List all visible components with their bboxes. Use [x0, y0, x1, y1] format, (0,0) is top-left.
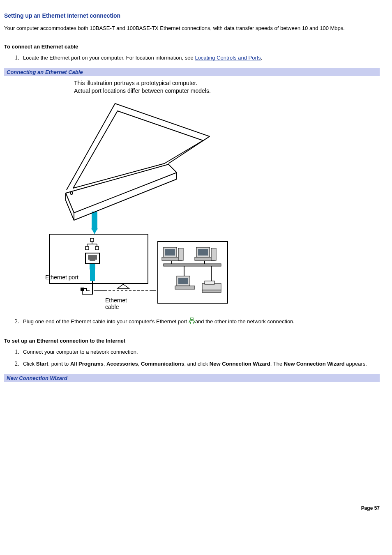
- svg-rect-12: [165, 249, 175, 256]
- list-item: Plug one end of the Ethernet cable into …: [21, 318, 380, 326]
- ethernet-diagram: Ethernet port Ethernet cable: [41, 99, 380, 313]
- step2-text-post: and the other into the network connectio…: [195, 318, 295, 325]
- svg-rect-25: [202, 290, 221, 292]
- step1-text-post: .: [261, 55, 263, 61]
- list-item: Connect your computer to a network conne…: [21, 348, 380, 356]
- step2-text-pre: Plug one end of the Ethernet cable into …: [23, 318, 189, 325]
- ethernet-cable-label-l1: Ethernet: [105, 297, 127, 304]
- figure-heading-bar: New Connection Wizard: [4, 374, 380, 382]
- list-item: Locate the Ethernet port on your compute…: [21, 54, 380, 62]
- page-number: Page 57: [4, 505, 380, 511]
- svg-rect-22: [175, 286, 195, 289]
- svg-rect-21: [178, 278, 188, 284]
- figure-heading-bar: Connecting an Ethernet Cable: [4, 68, 380, 76]
- ethernet-diagram-svg: Ethernet port Ethernet cable: [41, 99, 230, 312]
- caption-line2: Actual port locations differ between com…: [74, 88, 211, 94]
- page-title: Setting up an Ethernet Internet connecti…: [4, 12, 380, 19]
- svg-point-0: [70, 192, 73, 194]
- svg-rect-18: [211, 248, 216, 260]
- subheading-setup-connection: To set up an Ethernet connection to the …: [4, 338, 380, 344]
- ethernet-port-label: Ethernet port: [45, 274, 78, 281]
- svg-rect-14: [178, 248, 183, 260]
- step1-text-pre: Locate the Ethernet port on your compute…: [23, 55, 195, 61]
- intro-paragraph: Your computer accommodates both 10BASE-T…: [4, 25, 380, 32]
- svg-rect-19: [164, 264, 221, 266]
- svg-rect-24: [205, 281, 214, 284]
- ethernet-cable-label-l2: cable: [105, 304, 119, 310]
- locating-controls-link[interactable]: Locating Controls and Ports: [195, 55, 261, 61]
- svg-rect-35: [189, 322, 191, 324]
- svg-rect-16: [198, 249, 208, 256]
- network-port-icon: [189, 318, 195, 326]
- caption-line1: This illustration portrays a prototypica…: [74, 80, 197, 86]
- illustration-caption: This illustration portrays a prototypica…: [74, 79, 380, 94]
- list-item: Click Start, point to All Programs, Acce…: [21, 360, 380, 368]
- svg-rect-30: [191, 318, 193, 320]
- subheading-connect-cable: To connect an Ethernet cable: [4, 44, 380, 50]
